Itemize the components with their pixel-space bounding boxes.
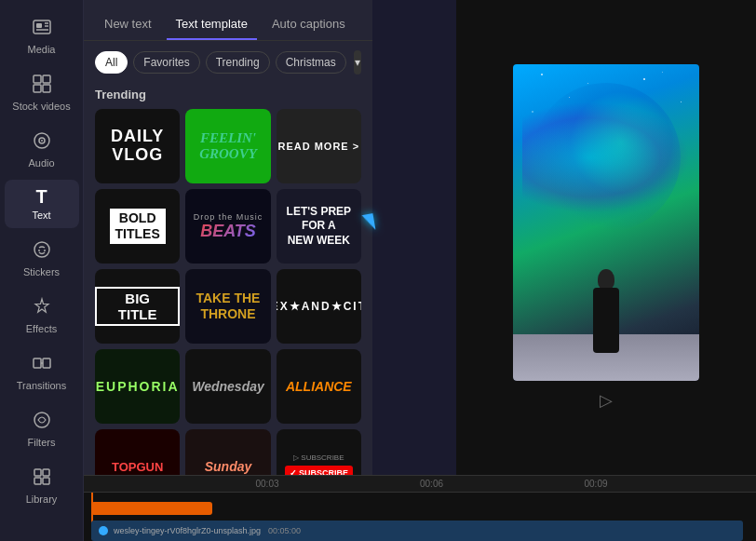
ruler-mark-2: 00:06 — [420, 479, 585, 489]
filter-christmas[interactable]: Christmas — [276, 51, 346, 74]
sidebar-label-audio: Audio — [28, 157, 54, 169]
filter-bar: All Favorites Trending Christmas ▾ — [84, 41, 372, 84]
ruler-mark-3: 00:09 — [585, 479, 749, 489]
tab-text-template[interactable]: Text template — [167, 9, 257, 40]
template-subscribe[interactable]: ▷ SUBSCRIBE ✓ SUBSCRIBE — [277, 429, 361, 475]
transitions-icon — [32, 353, 52, 376]
template-sunday[interactable]: Sunday — [185, 429, 270, 475]
template-lets-prep[interactable]: LET'S PREPFOR ANEW WEEK — [277, 189, 361, 264]
svg-rect-5 — [34, 75, 41, 83]
timeline-track: wesley-tingey-rV0f8hglrZ0-unsplash.jpg 0… — [84, 493, 756, 539]
template-grid: DAILYVLOG FEELIN'GROOVY READ MORE > BOLD… — [84, 109, 372, 475]
sidebar-label-text: Text — [32, 210, 50, 221]
svg-rect-7 — [34, 85, 41, 92]
svg-rect-8 — [43, 85, 50, 92]
tab-bar: New text Text template Auto captions — [84, 0, 372, 41]
svg-rect-21 — [34, 478, 41, 484]
effects-icon — [32, 296, 52, 319]
text-icon: T — [35, 187, 47, 206]
sidebar-item-transitions[interactable]: Transitions — [5, 345, 79, 399]
svg-point-18 — [34, 413, 49, 427]
sidebar-label-transitions: Transitions — [17, 380, 66, 391]
template-red1[interactable]: TOPGUN — [95, 429, 180, 475]
track-duration: 00:05:00 — [268, 526, 301, 535]
svg-rect-20 — [43, 469, 49, 476]
sidebar-label-media: Media — [28, 44, 56, 55]
person-body — [593, 288, 619, 353]
svg-point-13 — [38, 250, 40, 251]
sidebar-label-stock: Stock videos — [12, 101, 70, 112]
template-bold-titles[interactable]: BOLDTITLES — [95, 189, 180, 264]
track-thumbnail — [99, 526, 108, 535]
stock-icon — [32, 74, 52, 97]
template-alliance[interactable]: ALLIANCE — [277, 349, 361, 424]
preview-panel: ▷ — [456, 0, 756, 475]
svg-rect-22 — [43, 478, 49, 484]
svg-point-14 — [44, 250, 46, 251]
template-daily-vlog[interactable]: DAILYVLOG — [95, 109, 180, 183]
person-head — [598, 269, 614, 290]
text-panel: New text Text template Auto captions All… — [84, 0, 372, 475]
timeline-ruler: 00:03 00:06 00:09 — [84, 476, 756, 493]
template-feelin-groovy[interactable]: FEELIN'GROOVY — [185, 109, 270, 183]
filter-dropdown[interactable]: ▾ — [354, 50, 361, 74]
cursor-arrow — [362, 213, 376, 232]
filter-favorites[interactable]: Favorites — [133, 51, 199, 74]
library-icon — [32, 467, 52, 490]
sidebar-label-filters: Filters — [28, 437, 56, 448]
template-beats[interactable]: Drop the Music BEATS — [185, 189, 270, 264]
sidebar-item-media[interactable]: Media — [5, 9, 79, 62]
svg-rect-15 — [34, 358, 41, 368]
trending-section-label: Trending — [84, 84, 372, 109]
svg-point-11 — [41, 140, 43, 142]
play-button[interactable]: ▷ — [600, 390, 613, 411]
sidebar: Media Stock videos Audio T Text — [0, 0, 84, 541]
sidebar-item-filters[interactable]: Filters — [5, 402, 79, 455]
template-sex-city[interactable]: SEX★AND★CITY — [277, 269, 361, 344]
track-bar-blue[interactable]: wesley-tingey-rV0f8hglrZ0-unsplash.jpg 0… — [91, 521, 743, 541]
track-filename: wesley-tingey-rV0f8hglrZ0-unsplash.jpg — [108, 526, 261, 535]
sidebar-item-library[interactable]: Library — [5, 459, 79, 512]
ruler-mark-1: 00:03 — [256, 479, 421, 489]
person-silhouette — [578, 260, 634, 353]
tab-auto-captions[interactable]: Auto captions — [263, 9, 355, 40]
sidebar-label-library: Library — [26, 494, 58, 505]
sidebar-label-effects: Effects — [26, 323, 57, 334]
template-take-throne[interactable]: TAKE THETHRONE — [185, 269, 270, 344]
svg-rect-16 — [43, 358, 50, 368]
filter-all[interactable]: All — [95, 51, 128, 74]
template-read-more[interactable]: READ MORE > — [277, 109, 361, 183]
filter-trending[interactable]: Trending — [206, 51, 270, 74]
svg-rect-6 — [43, 75, 50, 83]
filters-icon — [32, 410, 52, 433]
template-big-title[interactable]: BIG TITLE — [95, 269, 180, 344]
timeline: 00:03 00:06 00:09 wesley-tingey-rV0f8hgl… — [84, 475, 756, 541]
svg-point-12 — [34, 242, 49, 257]
media-icon — [32, 17, 52, 40]
sidebar-item-stock[interactable]: Stock videos — [5, 66, 79, 119]
audio-icon — [32, 130, 52, 154]
template-wednesday[interactable]: Wednesday — [185, 349, 270, 424]
sidebar-item-stickers[interactable]: Stickers — [5, 232, 79, 285]
sidebar-item-audio[interactable]: Audio — [5, 123, 79, 176]
sidebar-label-stickers: Stickers — [23, 266, 60, 277]
sidebar-item-effects[interactable]: Effects — [5, 289, 79, 342]
svg-rect-19 — [34, 469, 41, 476]
tab-new-text[interactable]: New text — [95, 9, 161, 40]
svg-rect-1 — [36, 23, 42, 28]
preview-image — [513, 64, 699, 381]
track-bar-orange[interactable] — [91, 502, 212, 515]
template-euphoria[interactable]: EUPHORIA — [95, 349, 180, 424]
stickers-icon — [32, 239, 52, 263]
sidebar-item-text[interactable]: T Text — [5, 180, 79, 228]
